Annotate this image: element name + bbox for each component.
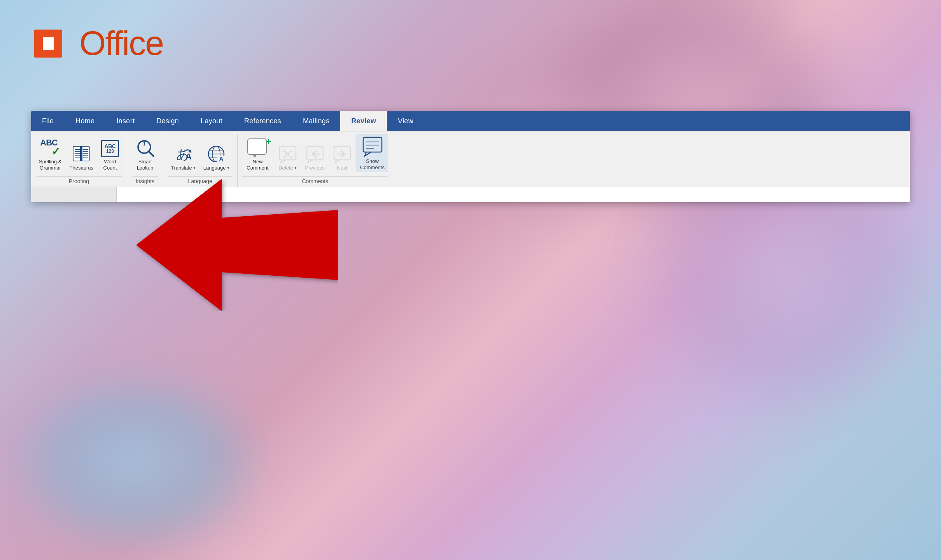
svg-text:A: A [185, 152, 192, 161]
translate-button[interactable]: あ A Translate ▾ [168, 143, 199, 173]
language-icon: A [206, 145, 226, 163]
tab-layout[interactable]: Layout [190, 111, 233, 131]
thesaurus-icon [72, 145, 91, 163]
svg-rect-36 [280, 146, 296, 160]
comments-buttons: + NewComment [242, 135, 388, 175]
translate-icon: あ A [172, 145, 194, 163]
show-comments-label: ShowComments [360, 158, 385, 170]
smart-lookup-icon: i [135, 138, 155, 157]
spelling-grammar-label: Spelling &Grammar [39, 159, 62, 171]
spelling-grammar-icon: ABC ✓ [40, 138, 60, 157]
office-logo: Office [31, 23, 163, 63]
office-title-text: Office [79, 23, 163, 63]
language-buttons: あ A Translate ▾ [168, 135, 233, 175]
svg-rect-4 [54, 30, 62, 58]
tab-file[interactable]: File [31, 111, 65, 131]
svg-rect-21 [80, 146, 82, 161]
previous-icon [305, 145, 325, 163]
previous-label: Previous [305, 165, 325, 171]
bg-blob3 [0, 366, 272, 560]
next-label: Next [337, 165, 348, 171]
delete-icon [278, 145, 297, 163]
svg-rect-5 [43, 37, 51, 50]
ribbon-content: ABC ✓ Spelling &Grammar [31, 131, 910, 187]
next-icon [332, 145, 352, 163]
language-button[interactable]: A Language ▾ [200, 143, 233, 173]
spelling-grammar-button[interactable]: ABC ✓ Spelling &Grammar [36, 137, 65, 172]
thesaurus-button[interactable]: Thesaurus [66, 143, 96, 173]
tab-view[interactable]: View [387, 111, 424, 131]
arrow-pointer [136, 179, 338, 313]
thesaurus-label: Thesaurus [70, 165, 93, 171]
new-comment-label: NewComment [247, 159, 268, 171]
delete-label: Delete ▾ [278, 165, 297, 171]
word-count-button[interactable]: ABC 123 WordCount [98, 138, 122, 172]
translate-label: Translate ▾ [171, 165, 196, 171]
svg-rect-39 [307, 146, 323, 160]
tab-references[interactable]: References [233, 111, 292, 131]
proofing-buttons: ABC ✓ Spelling &Grammar [36, 135, 122, 175]
next-button[interactable]: Next [329, 143, 355, 173]
svg-line-25 [149, 151, 154, 156]
tab-home[interactable]: Home [65, 111, 105, 131]
svg-rect-6 [51, 37, 54, 50]
svg-rect-41 [334, 146, 350, 160]
ribbon-tab-bar: File Home Insert Design Layout Reference… [31, 111, 910, 131]
show-comments-button[interactable]: ShowComments [357, 135, 388, 172]
tab-mailings[interactable]: Mailings [292, 111, 340, 131]
word-count-icon: ABC 123 [101, 140, 119, 157]
delete-button[interactable]: Delete ▾ [275, 143, 301, 173]
show-comments-icon [362, 136, 383, 157]
svg-marker-47 [136, 179, 338, 311]
tab-design[interactable]: Design [145, 111, 190, 131]
svg-point-24 [143, 142, 145, 143]
tab-review[interactable]: Review [340, 111, 387, 131]
new-comment-icon: + [247, 138, 268, 157]
word-count-label: WordCount [103, 159, 117, 171]
smart-lookup-button[interactable]: i SmartLookup [132, 137, 158, 172]
office-icon [31, 24, 70, 63]
proofing-section-label: Proofing [36, 176, 122, 187]
smart-lookup-label: SmartLookup [137, 159, 154, 171]
svg-text:A: A [219, 156, 224, 163]
language-label: Language ▾ [203, 165, 229, 171]
tab-insert[interactable]: Insert [105, 111, 145, 131]
insights-buttons: i SmartLookup [132, 135, 158, 175]
new-comment-button[interactable]: + NewComment [242, 137, 273, 172]
previous-button[interactable]: Previous [302, 143, 328, 173]
doc-left-strip [31, 187, 117, 202]
ribbon-section-proofing: ABC ✓ Spelling &Grammar [31, 135, 127, 187]
